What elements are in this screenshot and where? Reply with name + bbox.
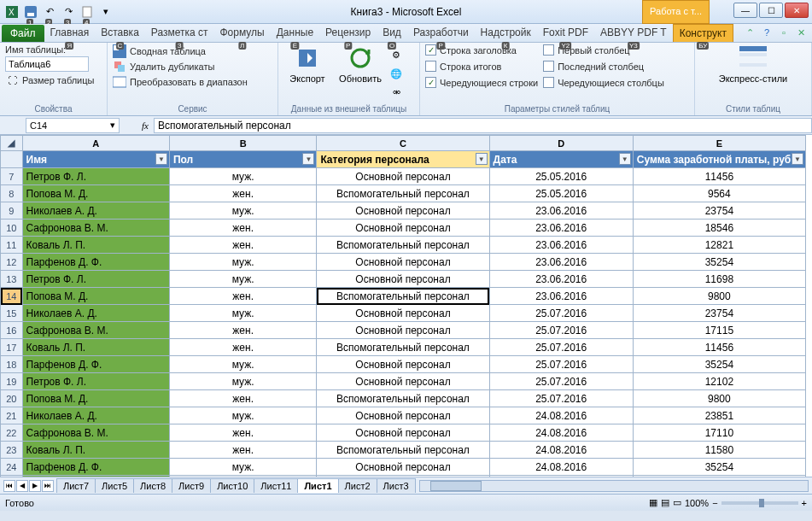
file-tab[interactable]: Файл [2,25,44,42]
cell[interactable]: муж. [169,459,316,476]
table-row[interactable]: 14 Попова М. Д. жен. Вспомогательный пер… [1,288,806,305]
cell[interactable]: жен. [169,237,316,254]
cell[interactable]: Попова М. Д. [22,390,169,407]
open-browser-icon[interactable]: 🌐 [389,67,403,80]
tab-Данные[interactable]: ДанныеЁ [271,24,319,42]
table-row[interactable]: 19 Петров Ф. Л. муж. Основной персонал 2… [1,373,806,390]
cell[interactable]: Сафронова В. М. [22,220,169,237]
cell[interactable]: жен. [169,288,316,305]
tab-ABBYY PDF T[interactable]: ABBYY PDF TY3 [594,24,673,42]
row-header[interactable]: 23 [1,442,23,459]
row-header[interactable]: 19 [1,373,23,390]
cell[interactable]: 23.06.2016 [489,237,633,254]
col-header[interactable]: D [489,136,633,151]
table-row[interactable]: 25 Петров Ф. Л. муж. Основной персонал 2… [1,476,806,477]
table-header[interactable]: Категория персонала▼ [317,151,489,168]
cell[interactable]: 17110 [633,424,805,442]
cell[interactable]: 35254 [633,356,805,373]
cell[interactable]: Вспомогательный персонал [317,390,489,407]
sheet-nav-next-icon[interactable]: ▶ [29,480,41,492]
cell[interactable]: 17115 [633,322,805,339]
cell[interactable]: жен. [169,220,316,237]
tab-Foxit PDF[interactable]: Foxit PDFY2 [537,24,594,42]
row-header[interactable]: 24 [1,459,23,476]
unlink-icon[interactable]: ⚮ [389,85,403,99]
cell[interactable]: Основной персонал [317,271,489,288]
cell[interactable]: 23.06.2016 [489,202,633,220]
col-header[interactable]: C [317,136,489,151]
cell[interactable]: жен. [169,339,316,356]
cell[interactable]: 25.07.2016 [489,339,633,356]
filter-dropdown-icon[interactable]: ▼ [792,153,803,165]
cell[interactable]: жен. [169,322,316,339]
cell[interactable]: Петров Ф. Л. [22,373,169,390]
row-header[interactable]: 14 [1,288,23,305]
tab-Вид[interactable]: ВидО [377,24,407,42]
sheet-nav-first-icon[interactable]: ⏮ [3,480,15,492]
cell[interactable]: Основной персонал [317,220,489,237]
cell[interactable]: муж. [169,271,316,288]
table-row[interactable]: 24 Парфенов Д. Ф. муж. Основной персонал… [1,459,806,476]
sheet-nav-last-icon[interactable]: ⏭ [42,480,54,492]
table-name-input[interactable] [5,56,89,72]
express-styles-button[interactable]: Экспресс-стили [715,44,792,84]
horizontal-scrollbar[interactable] [419,480,809,492]
table-row[interactable]: 23 Коваль Л. П. жен. Вспомогательный пер… [1,442,806,459]
table-row[interactable]: 11 Коваль Л. П. жен. Вспомогательный пер… [1,237,806,254]
cell[interactable]: Николаев А. Д. [22,305,169,322]
row-header[interactable]: 13 [1,271,23,288]
table-row[interactable]: 9 Николаев А. Д. муж. Основной персонал … [1,202,806,220]
cell[interactable]: Парфенов Д. Ф. [22,356,169,373]
view-normal-icon[interactable]: ▦ [649,497,657,508]
cell[interactable]: 9800 [633,288,805,305]
refresh-button[interactable]: Обновить [336,44,384,84]
table-row[interactable]: 16 Сафронова В. М. жен. Основной персона… [1,322,806,339]
select-all-cell[interactable]: ◢ [1,136,23,151]
cell[interactable]: 24.08.2016 [489,424,633,442]
cell[interactable]: муж. [169,476,316,477]
cell[interactable]: Попова М. Д. [22,288,169,305]
filter-dropdown-icon[interactable]: ▼ [155,153,167,165]
cell[interactable]: Основной персонал [317,407,489,424]
cell[interactable]: муж. [169,202,316,220]
table-row[interactable]: 8 Попова М. Д. жен. Вспомогательный перс… [1,185,806,202]
cell[interactable]: Вспомогательный персонал [317,339,489,356]
cell[interactable]: 24.08.2016 [489,459,633,476]
table-row[interactable]: 17 Коваль Л. П. жен. Вспомогательный пер… [1,339,806,356]
total-row-checkbox[interactable]: Строка итогов [425,61,538,72]
tab-Рецензир[interactable]: РецензирР [319,24,377,42]
cell[interactable]: 25.07.2016 [489,390,633,407]
table-row[interactable]: 20 Попова М. Д. жен. Вспомогательный пер… [1,390,806,407]
row-header[interactable]: 21 [1,407,23,424]
cell[interactable]: 24.08.2016 [489,476,633,477]
table-row[interactable]: 15 Николаев А. Д. муж. Основной персонал… [1,305,806,322]
tab-Конструкт[interactable]: КонструктБУ [673,24,733,42]
zoom-out-button[interactable]: − [712,498,717,508]
cell[interactable]: 11456 [633,168,805,185]
col-header[interactable]: A [22,136,169,151]
row-header[interactable]: 25 [1,476,23,477]
table-header[interactable]: Дата▼ [489,151,633,168]
banded-cols-checkbox[interactable]: Чередующиеся столбцы [543,77,664,88]
row-header[interactable]: 7 [1,168,23,185]
row-header[interactable]: 12 [1,254,23,271]
col-header[interactable]: E [633,136,805,151]
sheet-tab[interactable]: Лист1 [297,478,338,493]
cell[interactable]: 25.07.2016 [489,373,633,390]
cell[interactable]: 23754 [633,305,805,322]
cell[interactable]: 23.06.2016 [489,288,633,305]
cell[interactable]: Петров Ф. Л. [22,168,169,185]
convert-range-button[interactable]: Преобразовать в диапазон [113,75,248,89]
cell[interactable]: Вспомогательный персонал [317,288,489,305]
sheet-tab[interactable]: Лист9 [172,478,211,493]
cell[interactable]: 35254 [633,254,805,271]
close-workbook-icon[interactable]: ✕ [795,26,807,38]
cell[interactable]: муж. [169,373,316,390]
table-header[interactable]: Сумма заработной платы, руб.▼ [633,151,805,168]
cell[interactable]: 23851 [633,407,805,424]
sheet-tab[interactable]: Лист11 [254,478,298,493]
tab-Вставка[interactable]: ВставкаС [95,24,145,42]
cell[interactable]: 12050 [633,476,805,477]
view-pagebreak-icon[interactable]: ▭ [673,497,681,508]
cell[interactable]: Основной персонал [317,424,489,442]
